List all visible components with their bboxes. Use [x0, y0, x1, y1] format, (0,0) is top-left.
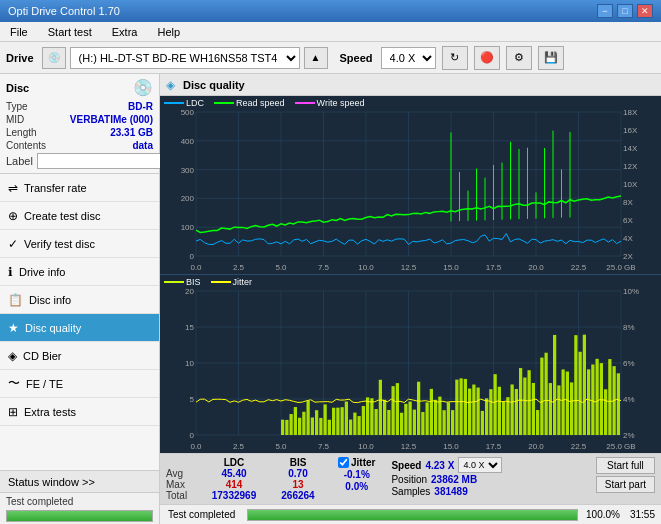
ldc-header: LDC: [202, 457, 266, 468]
drive-label: Drive: [6, 52, 34, 64]
menu-start-test[interactable]: Start test: [42, 24, 98, 40]
drive-bar: Drive 💿 (H:) HL-DT-ST BD-RE WH16NS58 TST…: [0, 42, 661, 74]
cd-bier-label: CD Bier: [23, 350, 62, 362]
disc-title: Disc: [6, 82, 29, 94]
transfer-rate-icon: ⇌: [8, 181, 18, 195]
speed-select[interactable]: 4.0 X: [381, 47, 436, 69]
samples-row: Samples 381489: [391, 486, 502, 497]
sidebar-item-disc-quality[interactable]: ★ Disc quality: [0, 314, 159, 342]
refresh-button[interactable]: ↻: [442, 46, 468, 70]
top-chart-canvas: [160, 96, 661, 274]
status-window-label: Status window >>: [8, 476, 95, 488]
max-jitter: 0.0%: [338, 481, 375, 492]
progress-percent: 100.0%: [582, 509, 624, 520]
bis-legend: BIS: [164, 277, 201, 287]
read-speed-label: Read speed: [236, 98, 285, 108]
start-part-button[interactable]: Start part: [596, 476, 655, 493]
jitter-checkbox[interactable]: [338, 457, 349, 468]
max-bis: 13: [266, 479, 330, 490]
sidebar-item-transfer-rate[interactable]: ⇌ Transfer rate: [0, 174, 159, 202]
disc-quality-icon: ★: [8, 321, 19, 335]
total-bis: 266264: [266, 490, 330, 501]
verify-test-label: Verify test disc: [24, 238, 95, 250]
progress-section: [0, 510, 159, 524]
ldc-color: [164, 102, 184, 104]
menu-extra[interactable]: Extra: [106, 24, 144, 40]
status-window-button[interactable]: Status window >>: [0, 470, 159, 492]
status-text: Test completed: [6, 496, 73, 507]
verify-test-icon: ✓: [8, 237, 18, 251]
disc-mid-field: MID VERBATIMe (000): [6, 114, 153, 125]
label-input[interactable]: [37, 153, 170, 169]
bottom-chart-legend: BIS Jitter: [164, 277, 252, 287]
close-button[interactable]: ✕: [637, 4, 653, 18]
samples-value: 381489: [434, 486, 467, 497]
stats-total-row: Total 17332969 266264: [166, 490, 330, 501]
sidebar: Disc 💿 Type BD-R MID VERBATIMe (000) Len…: [0, 74, 160, 524]
read-speed-legend: Read speed: [214, 98, 285, 108]
save-button[interactable]: 💾: [538, 46, 564, 70]
stats-max-row: Max 414 13: [166, 479, 330, 490]
main-layout: Disc 💿 Type BD-R MID VERBATIMe (000) Len…: [0, 74, 661, 524]
time-text: 31:55: [624, 509, 661, 520]
write-speed-color: [295, 102, 315, 104]
stats-header-row: LDC BIS: [166, 457, 330, 468]
settings-button2[interactable]: ⚙: [506, 46, 532, 70]
progress-bar-track: [6, 510, 153, 522]
bottom-progress-track: [247, 509, 578, 521]
minimize-button[interactable]: −: [597, 4, 613, 18]
create-test-label: Create test disc: [24, 210, 100, 222]
top-chart-legend: LDC Read speed Write speed: [164, 98, 364, 108]
sidebar-item-drive-info[interactable]: ℹ Drive info: [0, 258, 159, 286]
disc-quality-label: Disc quality: [25, 322, 81, 334]
bis-color: [164, 281, 184, 283]
disc-length-field: Length 23.31 GB: [6, 127, 153, 138]
speed-dropdown[interactable]: 4.0 X: [458, 457, 502, 473]
position-label: Position: [391, 474, 427, 485]
ldc-label: LDC: [186, 98, 204, 108]
progress-bar-container: Test completed: [0, 492, 159, 510]
sidebar-item-extra-tests[interactable]: ⊞ Extra tests: [0, 398, 159, 426]
max-label: Max: [166, 479, 202, 490]
charts-container: LDC Read speed Write speed: [160, 96, 661, 453]
title-bar: Opti Drive Control 1.70 − □ ✕: [0, 0, 661, 22]
menu-file[interactable]: File: [4, 24, 34, 40]
stats-section: LDC BIS Avg 45.40 0.70 Max 414 13 Tota: [166, 457, 655, 501]
position-value: 23862 MB: [431, 474, 477, 485]
start-full-button[interactable]: Start full: [596, 457, 655, 474]
bottom-bar: Test completed 100.0% 31:55: [160, 504, 661, 524]
drive-select[interactable]: (H:) HL-DT-ST BD-RE WH16NS58 TST4: [70, 47, 300, 69]
sidebar-item-cd-bier[interactable]: ◈ CD Bier: [0, 342, 159, 370]
sidebar-item-disc-info[interactable]: 📋 Disc info: [0, 286, 159, 314]
sidebar-item-fe-te[interactable]: 〜 FE / TE: [0, 370, 159, 398]
mid-value: VERBATIMe (000): [70, 114, 153, 125]
progress-bar-fill: [7, 511, 152, 521]
avg-ldc: 45.40: [202, 468, 266, 479]
max-ldc: 414: [202, 479, 266, 490]
menu-bar: File Start test Extra Help: [0, 22, 661, 42]
window-controls: − □ ✕: [597, 4, 653, 18]
menu-help[interactable]: Help: [151, 24, 186, 40]
fe-te-label: FE / TE: [26, 378, 63, 390]
avg-bis: 0.70: [266, 468, 330, 479]
stats-bar: LDC BIS Avg 45.40 0.70 Max 414 13 Tota: [160, 453, 661, 504]
disc-panel: Disc 💿 Type BD-R MID VERBATIMe (000) Len…: [0, 74, 159, 174]
create-test-icon: ⊕: [8, 209, 18, 223]
disc-info-label: Disc info: [29, 294, 71, 306]
drive-info-label: Drive info: [19, 266, 65, 278]
sidebar-item-create-test-disc[interactable]: ⊕ Create test disc: [0, 202, 159, 230]
bottom-chart: BIS Jitter: [160, 275, 661, 453]
cd-bier-icon: ◈: [8, 349, 17, 363]
jitter-section: Jitter -0.1% 0.0%: [338, 457, 375, 493]
maximize-button[interactable]: □: [617, 4, 633, 18]
eject-button[interactable]: ▲: [304, 47, 328, 69]
jitter-label-text: Jitter: [351, 457, 375, 468]
extra-tests-icon: ⊞: [8, 405, 18, 419]
sidebar-item-verify-test-disc[interactable]: ✓ Verify test disc: [0, 230, 159, 258]
samples-label: Samples: [391, 486, 430, 497]
transfer-rate-label: Transfer rate: [24, 182, 87, 194]
disc-header: Disc 💿: [6, 78, 153, 97]
read-speed-color: [214, 102, 234, 104]
total-label: Total: [166, 490, 202, 501]
settings-button1[interactable]: 🔴: [474, 46, 500, 70]
